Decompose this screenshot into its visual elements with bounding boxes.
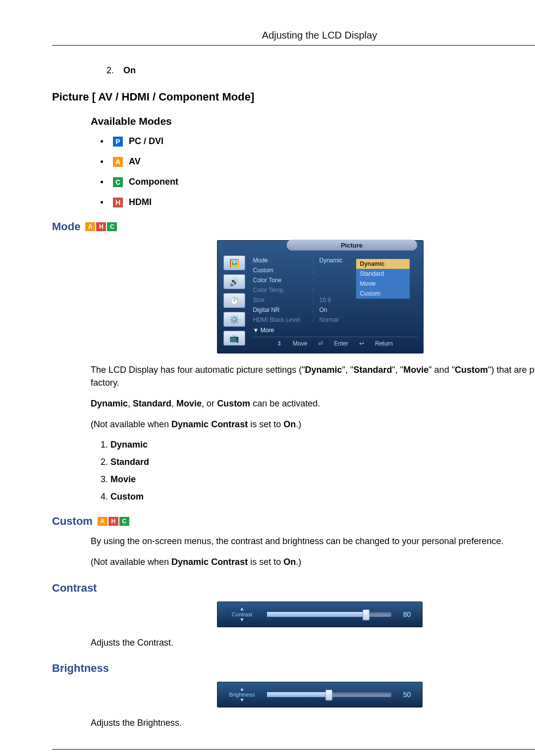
osd-hint-enter: Enter [334, 340, 348, 347]
t: Standard [110, 457, 149, 467]
brightness-value: 50 [397, 691, 417, 699]
mode-label: Component [129, 177, 178, 187]
osd-dropdown-opt-dynamic: Dynamic [356, 259, 410, 269]
custom-desc-1: By using the on-screen menus, the contra… [91, 535, 535, 548]
slider-thumb-icon [363, 609, 370, 620]
t: Movie [110, 474, 136, 484]
a-badge-icon: A [85, 222, 95, 231]
t: Movie [403, 365, 428, 375]
t: is set to [248, 419, 283, 429]
t: The LCD Display has four automatic pictu… [91, 365, 305, 375]
chevron-down-icon: ▼ [240, 698, 245, 703]
h-badge-icon: H [108, 517, 118, 526]
osd-label: Digital NR [253, 306, 313, 313]
mode-hdmi: H HDMI [101, 197, 535, 207]
h-badge-icon: H [96, 222, 106, 231]
osd-label: Color Temp. [253, 287, 313, 294]
osd-sep: : [313, 306, 320, 313]
mode-desc-1: The LCD Display has four automatic pictu… [91, 363, 535, 389]
t: ", " [342, 365, 354, 375]
t: Custom [455, 365, 488, 375]
contrast-value: 80 [397, 610, 417, 618]
t: , or [202, 399, 217, 408]
bullet-icon [101, 160, 103, 163]
section-mode-label: Mode [52, 220, 80, 233]
slider-fill [267, 692, 330, 697]
osd-sep: : [313, 257, 320, 264]
t: " and " [428, 365, 455, 375]
section-contrast-label: Contrast [52, 582, 97, 595]
brightness-desc: Adjusts the Brightness. [91, 716, 535, 729]
p-badge-icon: P [113, 137, 123, 147]
t: Dynamic [91, 399, 128, 408]
brightness-slider-figure: ▲ Brightness ▼ 50 [217, 682, 423, 707]
osd-sep: : [313, 267, 320, 274]
available-modes-list: P PC / DVI A AV C Component H HDMI [101, 136, 535, 207]
list-item-on: 2. On [107, 65, 535, 76]
osd-dropdown-opt-custom: Custom [356, 289, 410, 299]
osd-dropdown-opt-standard: Standard [356, 269, 410, 279]
mode-desc-2: Dynamic, Standard, Movie, or Custom can … [91, 397, 535, 410]
osd-row-hdmi-black-level: HDMI Black Level : Normal [253, 315, 417, 325]
t: , [128, 399, 133, 408]
t: On [283, 557, 296, 567]
t: is set to [248, 557, 283, 567]
osd-tab-picture-icon: 🖼️ [223, 255, 245, 270]
osd-label: HDMI Black Level [253, 316, 313, 323]
section-contrast: Contrast [52, 582, 535, 595]
section-custom-label: Custom [52, 515, 93, 528]
mode-option-custom: Custom [110, 492, 535, 502]
osd-sep: : [313, 287, 320, 294]
osd-tab-sound-icon: 🔊 [223, 274, 245, 289]
chevron-up-icon: ▲ [240, 606, 245, 611]
mode-label: AV [129, 156, 141, 167]
osd-footer: ⇕ Move ⏎ Enter ↩ Return [253, 337, 417, 351]
t: Dynamic [305, 365, 342, 375]
osd-label: Custom [253, 267, 313, 274]
h-badge-icon: H [113, 198, 123, 207]
bullet-icon [101, 140, 103, 143]
t: Custom [110, 492, 144, 502]
mode-component: C Component [101, 177, 535, 187]
t: Dynamic Contrast [171, 557, 248, 567]
page-footer-rule [52, 749, 535, 750]
osd-sep: : [313, 297, 320, 303]
osd-hint-move: Move [293, 340, 307, 347]
t: .) [296, 419, 301, 429]
osd-hint-move-icon: ⇕ [277, 340, 282, 347]
mode-option-dynamic: Dynamic [110, 440, 535, 450]
bullet-icon [101, 181, 103, 183]
chevron-up-icon: ▲ [240, 687, 245, 692]
a-badge-icon: A [98, 517, 107, 526]
custom-applies-to-icons: A H C [98, 517, 129, 526]
t: Movie [176, 399, 202, 408]
t: On [283, 419, 296, 429]
custom-desc-2: (Not available when Dynamic Contrast is … [91, 555, 535, 568]
list-label: On [123, 65, 136, 75]
chevron-down-icon: ▼ [240, 617, 245, 622]
mode-av: A AV [101, 156, 535, 167]
osd-sep: : [313, 316, 320, 323]
osd-value: 16:9 [320, 297, 331, 303]
bullet-icon [101, 201, 103, 203]
mode-label: PC / DVI [129, 136, 163, 147]
mode-applies-to-icons: A H C [85, 222, 117, 231]
osd-sep: : [313, 277, 320, 284]
t: Custom [217, 399, 250, 408]
contrast-slider-track [267, 612, 391, 617]
osd-tab-setup-icon: ⚙️ [223, 312, 245, 327]
t: Standard [133, 399, 171, 408]
osd-mode-dropdown: Dynamic Standard Movie Custom [356, 258, 410, 299]
section-mode: Mode A H C [52, 220, 535, 233]
osd-label: Mode [253, 257, 313, 264]
osd-value: Dynamic [320, 257, 343, 264]
section-picture-modes: Picture [ AV / HDMI / Component Mode] [52, 91, 535, 103]
osd-value: Normal [320, 316, 339, 323]
osd-label: Size [253, 297, 313, 303]
section-brightness-label: Brightness [52, 662, 109, 675]
osd-tab-timer-icon: ⏱️ [223, 293, 245, 308]
mode-option-standard: Standard [110, 457, 535, 467]
c-badge-icon: C [107, 222, 117, 231]
c-badge-icon: C [113, 177, 123, 187]
section-available-modes: Available Modes [91, 115, 535, 127]
